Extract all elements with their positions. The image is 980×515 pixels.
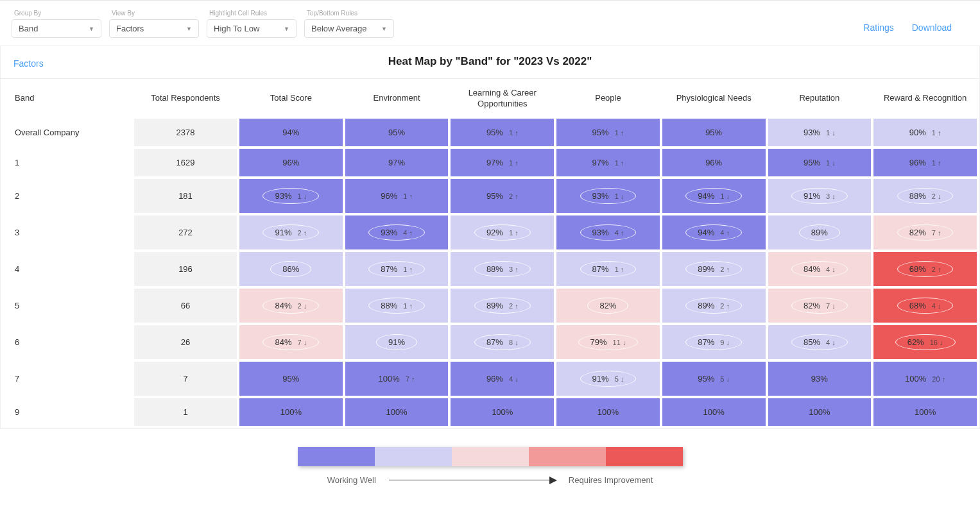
heatmap-cell[interactable]: 62% 16 ↓ <box>873 325 977 359</box>
heatmap-cell[interactable]: 96% <box>239 149 343 176</box>
heatmap-cell[interactable]: 93% 4 ↑ <box>345 215 449 249</box>
heatmap-cell[interactable]: 84% 2 ↓ <box>239 289 343 323</box>
heatmap-cell[interactable]: 100% 7 ↑ <box>345 362 449 396</box>
select-value: High To Low <box>214 24 259 33</box>
heatmap-cell[interactable]: 97% 1 ↑ <box>451 149 554 176</box>
table-row: 62684% 7 ↓91%87% 8 ↓79% 11 ↓87% 9 ↓85% 4… <box>3 325 977 359</box>
group-by-select[interactable]: Band ▼ <box>12 19 101 38</box>
top-bottom-select[interactable]: Below Average ▼ <box>304 19 394 38</box>
heatmap-cell[interactable]: 100% <box>873 398 977 426</box>
heatmap-cell[interactable]: 95% <box>345 119 449 146</box>
row-respondents: 2378 <box>134 119 237 146</box>
heatmap-cell[interactable]: 96% 1 ↑ <box>345 179 449 213</box>
table-row: 327291% 2 ↑93% 4 ↑92% 1 ↑93% 4 ↑94% 4 ↑8… <box>3 215 977 249</box>
heatmap-cell[interactable]: 93% <box>768 362 872 396</box>
filter-label: Top/Bottom Rules <box>304 10 394 17</box>
heatmap-cell[interactable]: 86% <box>239 252 343 286</box>
heatmap-cell[interactable]: 88% 3 ↑ <box>451 252 554 286</box>
heatmap-cell[interactable]: 82% <box>556 289 660 323</box>
row-respondents: 272 <box>134 215 237 249</box>
heatmap-cell[interactable]: 97% <box>345 149 449 176</box>
heatmap-cell[interactable]: 95% <box>662 119 766 146</box>
heatmap-cell[interactable]: 82% 7 ↓ <box>768 289 872 323</box>
heatmap-cell[interactable]: 93% 4 ↑ <box>556 215 660 249</box>
column-header: People <box>556 81 660 116</box>
heatmap-cell[interactable]: 95% 5 ↓ <box>662 362 766 396</box>
heatmap-cell[interactable]: 100% <box>556 398 660 426</box>
column-header: Total Score <box>239 81 343 116</box>
heatmap-cell[interactable]: 84% 4 ↓ <box>768 252 872 286</box>
heatmap-cell[interactable]: 89% 2 ↑ <box>662 289 766 323</box>
column-header: Learning & Career Opportunities <box>451 81 554 116</box>
heatmap-cell[interactable]: 93% 1 ↓ <box>239 179 343 213</box>
caret-down-icon: ▼ <box>186 26 192 32</box>
heatmap-cell[interactable]: 68% 2 ↑ <box>873 252 977 286</box>
heatmap-cell[interactable]: 92% 1 ↑ <box>451 215 554 249</box>
legend-swatches <box>298 447 683 466</box>
view-by-select[interactable]: Factors ▼ <box>109 19 199 38</box>
swatch <box>529 447 606 466</box>
heatmap-cell[interactable]: 100% 20 ↑ <box>873 362 977 396</box>
heatmap-cell[interactable]: 68% 4 ↓ <box>873 289 977 323</box>
heatmap-cell[interactable]: 100% <box>662 398 766 426</box>
highlight-select[interactable]: High To Low ▼ <box>207 19 297 38</box>
ratings-link[interactable]: Ratings <box>863 22 893 33</box>
heatmap-cell[interactable]: 84% 7 ↓ <box>239 325 343 359</box>
heatmap-cell[interactable]: 93% 1 ↓ <box>556 179 660 213</box>
heatmap-cell[interactable]: 95% 1 ↑ <box>556 119 660 146</box>
heatmap-cell[interactable]: 87% 1 ↑ <box>345 252 449 286</box>
heatmap-cell[interactable]: 79% 11 ↓ <box>556 325 660 359</box>
legend-left-label: Working Well <box>327 475 376 485</box>
heatmap-cell[interactable]: 88% 2 ↓ <box>873 179 977 213</box>
heatmap-cell[interactable]: 97% 1 ↑ <box>556 149 660 176</box>
heatmap-cell[interactable]: 93% 1 ↓ <box>768 119 872 146</box>
heatmap-cell[interactable]: 87% 9 ↓ <box>662 325 766 359</box>
heatmap-cell[interactable]: 85% 4 ↓ <box>768 325 872 359</box>
heatmap-cell[interactable]: 87% 8 ↓ <box>451 325 554 359</box>
heatmap-cell[interactable]: 94% <box>239 119 343 146</box>
heatmap-cell[interactable]: 100% <box>345 398 449 426</box>
heatmap-table: BandTotal RespondentsTotal ScoreEnvironm… <box>1 79 979 428</box>
heatmap-cell[interactable]: 96% <box>662 149 766 176</box>
table-row: 7795%100% 7 ↑96% 4 ↓91% 5 ↓95% 5 ↓93%100… <box>3 362 977 396</box>
heatmap-cell[interactable]: 96% 4 ↓ <box>451 362 554 396</box>
top-links: Ratings Download <box>863 10 968 33</box>
heatmap-cell[interactable]: 88% 1 ↑ <box>345 289 449 323</box>
factors-tab[interactable]: Factors <box>13 58 44 69</box>
heatmap-cell[interactable]: 91% 2 ↑ <box>239 215 343 249</box>
heatmap-cell[interactable]: 82% 7 ↑ <box>873 215 977 249</box>
select-value: Below Average <box>311 24 367 33</box>
row-respondents: 1629 <box>134 149 237 176</box>
heatmap-cell[interactable]: 87% 1 ↑ <box>556 252 660 286</box>
table-row: 91100%100%100%100%100%100%100% <box>3 398 977 426</box>
heatmap-cell[interactable]: 89% <box>768 215 872 249</box>
heatmap-cell[interactable]: 100% <box>239 398 343 426</box>
heatmap-cell[interactable]: 89% 2 ↑ <box>451 289 554 323</box>
filter-label: Group By <box>12 10 101 17</box>
heatmap-cell[interactable]: 89% 2 ↑ <box>662 252 766 286</box>
heatmap-cell[interactable]: 91% 3 ↓ <box>768 179 872 213</box>
heatmap-cell[interactable]: 95% 1 ↑ <box>451 119 554 146</box>
heatmap-cell[interactable]: 94% 4 ↑ <box>662 215 766 249</box>
heatmap-cell[interactable]: 91% 5 ↓ <box>556 362 660 396</box>
table-row: 56684% 2 ↓88% 1 ↑89% 2 ↑82%89% 2 ↑82% 7 … <box>3 289 977 323</box>
heatmap-cell[interactable]: 100% <box>451 398 554 426</box>
row-band: 4 <box>3 252 132 286</box>
filter-view-by: View By Factors ▼ <box>109 10 199 38</box>
swatch <box>298 447 375 466</box>
swatch <box>452 447 529 466</box>
download-link[interactable]: Download <box>912 22 952 33</box>
heatmap-cell[interactable]: 94% 1 ↓ <box>662 179 766 213</box>
heatmap-cell[interactable]: 96% 1 ↑ <box>873 149 977 176</box>
heatmap-cell[interactable]: 95% 1 ↓ <box>768 149 872 176</box>
row-band: 5 <box>3 289 132 323</box>
heatmap-cell[interactable]: 95% 2 ↑ <box>451 179 554 213</box>
row-band: 1 <box>3 149 132 176</box>
heatmap-cell[interactable]: 91% <box>345 325 449 359</box>
heatmap-cell[interactable]: 95% <box>239 362 343 396</box>
row-band: 9 <box>3 398 132 426</box>
row-band: 3 <box>3 215 132 249</box>
table-row: 1162996%97%97% 1 ↑97% 1 ↑96%95% 1 ↓96% 1… <box>3 149 977 176</box>
heatmap-cell[interactable]: 100% <box>768 398 872 426</box>
heatmap-cell[interactable]: 90% 1 ↑ <box>873 119 977 146</box>
